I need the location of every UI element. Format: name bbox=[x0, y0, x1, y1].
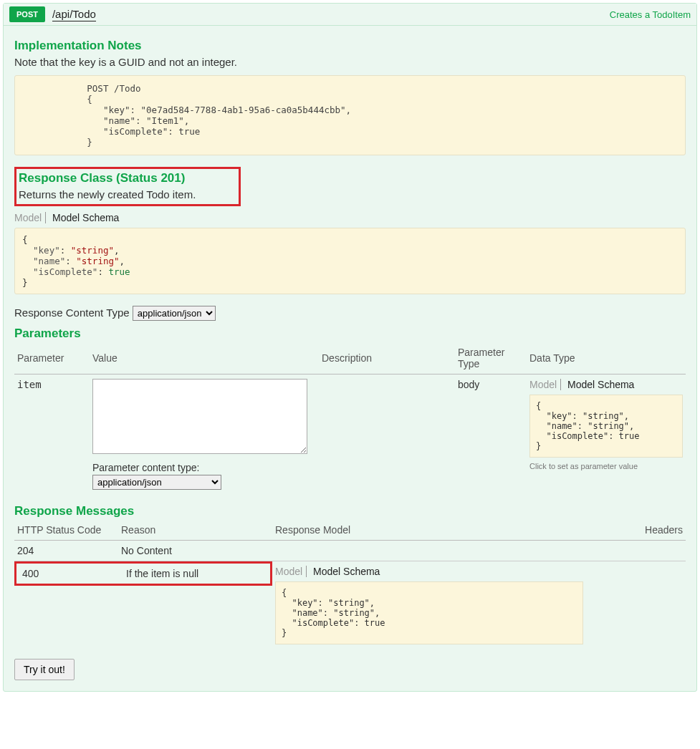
endpoint-path[interactable]: /api/Todo bbox=[52, 8, 96, 21]
parameter-schema[interactable]: { "key": "string", "name": "string", "is… bbox=[529, 395, 683, 458]
col-data-type: Data Type bbox=[527, 344, 686, 374]
parameters-table: Parameter Value Description Parameter Ty… bbox=[14, 344, 686, 494]
response-class-heading: Response Class (Status 201) bbox=[19, 171, 196, 185]
parameter-description bbox=[319, 374, 455, 495]
implementation-notes-text: Note that the key is a GUID and not an i… bbox=[14, 56, 686, 68]
parameter-content-type-select[interactable]: application/json bbox=[92, 475, 221, 490]
http-method-badge: POST bbox=[9, 6, 45, 22]
tab-model[interactable]: Model bbox=[14, 212, 46, 223]
col-response-model: Response Model bbox=[272, 521, 628, 541]
parameter-type: body bbox=[455, 374, 527, 495]
parameter-name: item bbox=[14, 374, 90, 495]
col-value: Value bbox=[90, 344, 319, 374]
col-parameter-type: Parameter Type bbox=[455, 344, 527, 374]
response-content-type-select[interactable]: application/json bbox=[133, 306, 216, 321]
implementation-notes-heading: Implementation Notes bbox=[14, 39, 686, 53]
try-it-out-button[interactable]: Try it out! bbox=[14, 659, 75, 680]
response-400-highlight: 400 If the item is null bbox=[14, 561, 272, 586]
parameter-content-type-label: Parameter content type: bbox=[92, 462, 316, 473]
response-model-schema[interactable]: { "key": "string", "name": "string", "is… bbox=[275, 581, 583, 644]
tab-model-schema[interactable]: Model Schema bbox=[52, 212, 123, 223]
response-row: 204 No Content bbox=[14, 541, 686, 561]
response-row: 400 If the item is null Model Model Sche… bbox=[14, 561, 686, 649]
tab-model-schema[interactable]: Model Schema bbox=[567, 379, 638, 390]
operation-summary[interactable]: Creates a TodoItem bbox=[610, 9, 691, 20]
operation-block: POST /api/Todo Creates a TodoItem Implem… bbox=[3, 3, 697, 692]
response-status-code: 204 bbox=[14, 541, 118, 561]
response-class-tabs: Model Model Schema bbox=[14, 212, 686, 223]
tab-model[interactable]: Model bbox=[275, 566, 307, 577]
col-description: Description bbox=[319, 344, 455, 374]
tab-model-schema[interactable]: Model Schema bbox=[313, 566, 383, 577]
parameter-row: item Parameter content type: application… bbox=[14, 374, 686, 495]
response-class-schema[interactable]: { "key": "string", "name": "string", "is… bbox=[14, 228, 686, 294]
response-content-type-label: Response Content Type bbox=[14, 306, 130, 319]
col-http-status: HTTP Status Code bbox=[14, 521, 118, 541]
example-request-code: POST /Todo { "key": "0e7ad584-7788-4ab1-… bbox=[14, 75, 686, 155]
col-reason: Reason bbox=[118, 521, 272, 541]
response-class-highlight: Response Class (Status 201) Returns the … bbox=[14, 167, 241, 206]
response-reason: No Content bbox=[118, 541, 272, 561]
parameter-schema-hint[interactable]: Click to set as parameter value bbox=[529, 462, 683, 470]
operation-header[interactable]: POST /api/Todo Creates a TodoItem bbox=[4, 4, 696, 26]
response-messages-table: HTTP Status Code Reason Response Model H… bbox=[14, 521, 686, 649]
response-class-text: Returns the newly created Todo item. bbox=[19, 188, 196, 200]
response-reason: If the item is null bbox=[123, 565, 267, 582]
response-status-code: 400 bbox=[19, 565, 123, 582]
col-parameter: Parameter bbox=[14, 344, 90, 374]
parameters-heading: Parameters bbox=[14, 327, 686, 341]
parameter-value-input[interactable] bbox=[92, 379, 307, 454]
tab-model[interactable]: Model bbox=[529, 379, 561, 390]
col-headers: Headers bbox=[628, 521, 686, 541]
response-messages-heading: Response Messages bbox=[14, 504, 686, 518]
